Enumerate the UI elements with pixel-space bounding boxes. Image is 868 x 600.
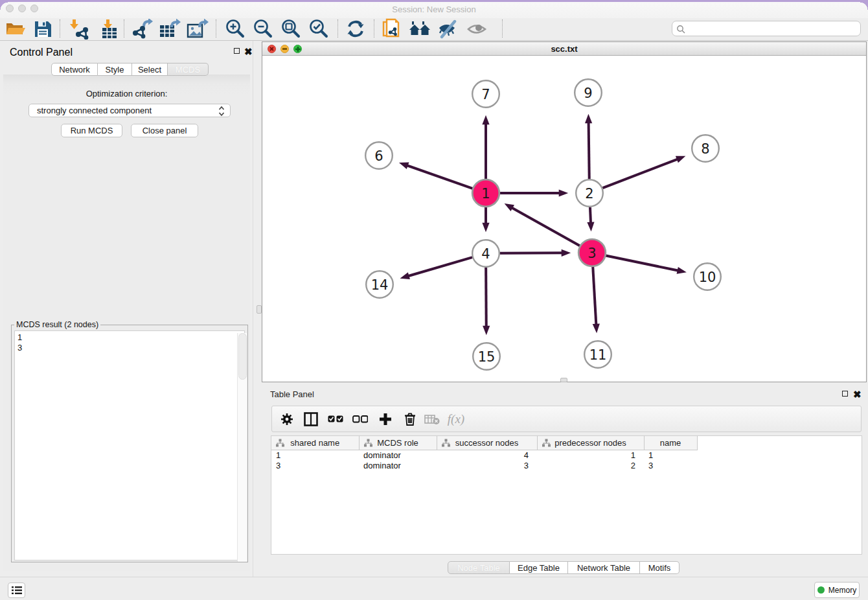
tab-select[interactable]: Select xyxy=(132,63,168,76)
select-all-columns-icon[interactable] xyxy=(325,408,347,430)
main-toolbar xyxy=(0,18,868,41)
cell-name[interactable]: 1 xyxy=(644,450,697,460)
node-15[interactable]: 15 xyxy=(473,343,500,370)
tab-network-table[interactable]: Network Table xyxy=(568,561,640,574)
network-window: scc.txt 7968124314101511 xyxy=(262,41,867,382)
export-image-icon[interactable] xyxy=(186,18,209,40)
cell-successor-nodes[interactable]: 3 xyxy=(437,460,537,470)
edge-1-2[interactable] xyxy=(500,189,568,196)
cell-predecessor-nodes[interactable]: 2 xyxy=(537,460,644,470)
zoom-in-icon[interactable] xyxy=(223,18,247,40)
table-row[interactable]: 1dominator411 xyxy=(271,450,862,460)
edge-1-7[interactable] xyxy=(482,115,489,179)
edge-4-14[interactable] xyxy=(400,257,472,279)
mcds-result-scrollbar[interactable] xyxy=(237,333,247,562)
cell-predecessor-nodes[interactable]: 1 xyxy=(537,450,644,460)
node-table[interactable]: shared nameMCDS rolesuccessor nodesprede… xyxy=(271,435,862,555)
mcds-result-text[interactable]: 1 3 xyxy=(14,330,245,560)
table-panel-close-icon[interactable]: ✖ xyxy=(853,391,862,398)
cell-successor-nodes[interactable]: 4 xyxy=(437,450,537,460)
export-table-icon[interactable] xyxy=(158,18,181,40)
control-panel-float-icon[interactable] xyxy=(234,48,240,54)
table-panel-float-icon[interactable] xyxy=(842,391,848,397)
tab-node-table[interactable]: Node Table xyxy=(448,561,510,574)
node-9[interactable]: 9 xyxy=(575,79,602,106)
node-2[interactable]: 2 xyxy=(576,179,603,207)
search-input[interactable] xyxy=(672,21,861,36)
edge-2-3[interactable] xyxy=(587,207,594,231)
table-toolbar: f(x) xyxy=(271,406,862,432)
table-panel: Table Panel ✖ f(x) shared nameMCDS roles… xyxy=(262,384,868,577)
edge-1-4[interactable] xyxy=(482,207,489,232)
cell-name[interactable]: 3 xyxy=(644,460,697,470)
edge-3-11[interactable] xyxy=(593,267,600,333)
window-title: Session: New Session xyxy=(0,5,868,14)
tab-network[interactable]: Network xyxy=(51,63,98,76)
node-14[interactable]: 14 xyxy=(366,271,393,298)
task-history-button[interactable] xyxy=(8,583,25,598)
svg-text:2: 2 xyxy=(585,186,593,202)
cell-MCDS-role[interactable]: dominator xyxy=(359,460,437,470)
split-view-icon[interactable] xyxy=(300,408,322,430)
table-row[interactable]: 3dominator323 xyxy=(271,460,862,470)
column-header-successor-nodes[interactable]: successor nodes xyxy=(437,436,537,450)
node-7[interactable]: 7 xyxy=(472,80,499,108)
import-table-from-file-icon[interactable] xyxy=(96,18,119,40)
edge-2-9[interactable] xyxy=(585,114,592,179)
memory-button[interactable]: Memory xyxy=(814,582,860,598)
edge-2-8[interactable] xyxy=(602,156,685,188)
apply-preferred-layout-icon[interactable] xyxy=(344,18,367,40)
cell-MCDS-role[interactable]: dominator xyxy=(359,450,437,460)
edge-3-1[interactable] xyxy=(505,203,580,246)
deselect-all-columns-icon[interactable] xyxy=(349,408,371,430)
function-builder-icon[interactable]: f(x) xyxy=(442,408,470,430)
tab-motifs[interactable]: Motifs xyxy=(640,561,680,574)
node-10[interactable]: 10 xyxy=(694,263,721,290)
network-canvas[interactable]: 7968124314101511 xyxy=(262,56,866,382)
column-header-MCDS-role[interactable]: MCDS role xyxy=(359,436,437,450)
tab-style[interactable]: Style xyxy=(98,63,132,76)
show-all-icon[interactable] xyxy=(466,18,489,40)
column-header-predecessor-nodes[interactable]: predecessor nodes xyxy=(537,436,644,450)
save-session-icon[interactable] xyxy=(31,18,54,40)
node-4[interactable]: 4 xyxy=(472,240,499,267)
node-6[interactable]: 6 xyxy=(365,142,393,169)
edge-4-15[interactable] xyxy=(483,268,490,335)
status-bar: Memory xyxy=(0,577,868,600)
add-column-icon[interactable] xyxy=(374,408,396,430)
zoom-out-icon[interactable] xyxy=(251,18,275,40)
delete-column-icon[interactable] xyxy=(399,408,421,430)
node-8[interactable]: 8 xyxy=(692,135,719,162)
svg-text:14: 14 xyxy=(371,277,389,293)
delete-table-icon[interactable] xyxy=(421,408,443,430)
tab-edge-table[interactable]: Edge Table xyxy=(510,561,568,574)
desktop-corner xyxy=(0,2,8,10)
node-3[interactable]: 3 xyxy=(578,239,606,266)
open-file-icon[interactable] xyxy=(3,18,27,40)
hide-selected-icon[interactable] xyxy=(437,18,460,40)
control-panel-close-icon[interactable]: ✖ xyxy=(244,49,253,55)
export-network-icon[interactable] xyxy=(131,18,154,40)
zoom-selected-region-icon[interactable] xyxy=(307,18,330,40)
zoom-fit-content-icon[interactable] xyxy=(279,18,303,40)
split-handle-horizontal[interactable] xyxy=(560,378,567,382)
network-from-selection-icon[interactable] xyxy=(380,18,404,40)
node-1[interactable]: 1 xyxy=(472,179,499,207)
edge-1-6[interactable] xyxy=(399,162,472,188)
close-panel-button[interactable]: Close panel xyxy=(131,124,198,137)
split-handle-vertical[interactable] xyxy=(257,305,262,314)
toolbar-separator xyxy=(216,19,216,38)
first-neighbors-icon[interactable] xyxy=(408,18,431,40)
column-header-name[interactable]: name xyxy=(644,436,697,450)
cell-shared-name[interactable]: 3 xyxy=(271,460,359,470)
cell-shared-name[interactable]: 1 xyxy=(271,450,359,460)
tab-mcds[interactable]: MCDS xyxy=(168,63,209,76)
column-header-shared-name[interactable]: shared name xyxy=(271,436,359,450)
criterion-dropdown[interactable]: strongly connected component xyxy=(29,104,231,117)
run-mcds-button[interactable]: Run MCDS xyxy=(61,124,122,137)
edge-4-3[interactable] xyxy=(500,249,571,257)
edge-3-10[interactable] xyxy=(606,255,687,273)
import-network-from-file-icon[interactable] xyxy=(68,18,91,40)
column-settings-icon[interactable] xyxy=(276,408,298,430)
node-11[interactable]: 11 xyxy=(584,341,611,368)
